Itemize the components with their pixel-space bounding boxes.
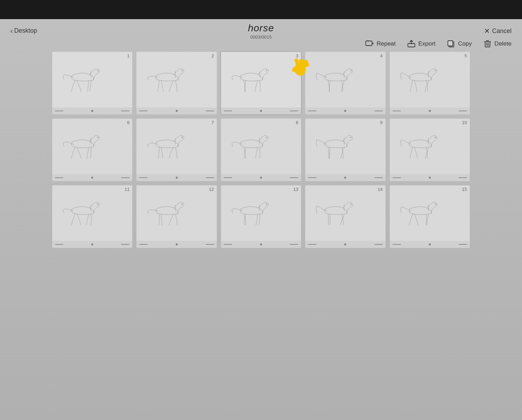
- cancel-button[interactable]: ✕ Cancel: [484, 25, 512, 35]
- frame-cell[interactable]: 15: [390, 185, 470, 248]
- frame-timeline-dot: [344, 110, 346, 112]
- frame-canvas-area: [305, 185, 385, 241]
- frame-footer: [221, 174, 301, 181]
- frame-cell[interactable]: 7: [136, 119, 216, 181]
- frame-footer: [305, 241, 385, 248]
- frame-cell[interactable]: 3: [221, 52, 301, 114]
- toolbar: Repeat Export Copy: [0, 40, 522, 48]
- export-label: Export: [418, 40, 435, 47]
- svg-rect-0: [366, 41, 372, 46]
- frame-timeline-line: [224, 244, 232, 245]
- frame-cell[interactable]: 10: [390, 119, 470, 181]
- repeat-label: Repeat: [377, 40, 396, 47]
- frame-cell[interactable]: 6: [52, 119, 132, 181]
- frame-number: 3: [296, 53, 298, 58]
- frame-canvas-area: [52, 119, 132, 174]
- frame-number: 12: [209, 187, 214, 192]
- frame-canvas-area: [52, 185, 132, 241]
- frame-timeline-line2: [206, 111, 214, 111]
- frame-timeline-line2: [206, 177, 214, 178]
- export-icon: [407, 40, 416, 48]
- frame-cell[interactable]: 14: [305, 185, 385, 248]
- frame-timeline-dot: [176, 177, 178, 179]
- frame-timeline-dot: [429, 177, 431, 179]
- frame-cell[interactable]: 5: [390, 52, 470, 114]
- frame-number: 14: [378, 187, 382, 192]
- frame-timeline-line: [224, 111, 232, 111]
- frame-timeline-line: [393, 111, 401, 111]
- top-bar: [0, 0, 522, 19]
- frame-cell[interactable]: 12: [136, 185, 216, 248]
- frame-canvas-area: [221, 185, 301, 241]
- frame-timeline-dot: [260, 177, 262, 179]
- frame-footer: [136, 107, 216, 114]
- frame-timeline-dot: [429, 110, 431, 112]
- frame-canvas-area: [390, 119, 470, 174]
- frame-grid: 123456789101112131415: [45, 52, 477, 248]
- back-label: Desktop: [14, 27, 37, 34]
- header: ‹ Desktop horse 0003/0015 ✕ Cancel: [0, 19, 522, 35]
- title-area: horse 0003/0015: [248, 23, 274, 40]
- frame-canvas-area: [52, 52, 132, 107]
- frame-timeline-line: [308, 177, 316, 178]
- frame-number: 9: [380, 120, 382, 125]
- frame-timeline-line: [139, 177, 148, 178]
- frame-number: 8: [296, 120, 298, 125]
- frame-footer: [221, 241, 301, 248]
- frame-cell[interactable]: 9: [305, 119, 385, 181]
- frame-timeline-line2: [290, 244, 298, 245]
- frame-timeline-dot: [91, 243, 93, 245]
- back-button[interactable]: ‹ Desktop: [10, 25, 37, 35]
- frame-footer: [390, 241, 470, 248]
- frame-cell[interactable]: 11: [52, 185, 132, 248]
- frame-number: 5: [465, 53, 467, 58]
- frame-timeline-line: [55, 177, 63, 178]
- copy-button[interactable]: Copy: [446, 40, 472, 48]
- frame-timeline-dot: [344, 243, 346, 245]
- frame-timeline-dot: [91, 177, 93, 179]
- frame-timeline-line: [393, 244, 401, 245]
- frame-number: 13: [293, 187, 298, 192]
- frame-number: 11: [125, 187, 129, 192]
- frame-cell[interactable]: 8: [221, 119, 301, 181]
- frame-canvas-area: [305, 119, 385, 174]
- frame-timeline-line: [139, 244, 148, 245]
- frame-cell[interactable]: 4: [305, 52, 385, 114]
- frame-cell[interactable]: 2: [136, 52, 216, 114]
- frame-cell[interactable]: 1: [52, 52, 132, 114]
- frame-timeline-line2: [290, 111, 298, 111]
- frame-timeline-line2: [206, 244, 214, 245]
- repeat-icon: [365, 40, 374, 48]
- frame-canvas-area: [136, 119, 216, 174]
- frame-canvas-area: [390, 52, 470, 107]
- frame-canvas-area: [136, 185, 216, 241]
- frame-footer: [390, 174, 470, 181]
- copy-icon: [446, 40, 456, 48]
- frame-timeline-line: [224, 177, 232, 178]
- frame-timeline-line: [393, 177, 401, 178]
- frame-canvas-area: [305, 52, 385, 107]
- frame-canvas-area: [390, 185, 470, 241]
- frame-timeline-dot: [260, 110, 262, 112]
- frame-footer: [52, 174, 132, 181]
- frame-canvas-area: [221, 52, 301, 107]
- frame-timeline-line2: [121, 111, 129, 111]
- repeat-button[interactable]: Repeat: [365, 40, 396, 48]
- frame-footer: [390, 107, 470, 114]
- project-title: horse: [248, 23, 274, 34]
- delete-button[interactable]: Delete: [483, 40, 512, 48]
- frame-canvas-area: [136, 52, 216, 107]
- delete-label: Delete: [495, 40, 512, 47]
- delete-icon: [483, 40, 492, 48]
- frame-timeline-dot: [176, 243, 178, 245]
- frame-timeline-line2: [374, 244, 383, 245]
- back-chevron-icon: ‹: [10, 27, 13, 35]
- export-button[interactable]: Export: [407, 40, 435, 48]
- frame-timeline-dot: [91, 110, 93, 112]
- frame-cell[interactable]: 13: [221, 185, 301, 248]
- frame-timeline-line: [55, 111, 63, 111]
- frame-number: 6: [127, 120, 129, 125]
- frame-canvas-area: [221, 119, 301, 174]
- cancel-x-icon: ✕: [484, 27, 490, 35]
- frame-timeline-line: [139, 111, 148, 111]
